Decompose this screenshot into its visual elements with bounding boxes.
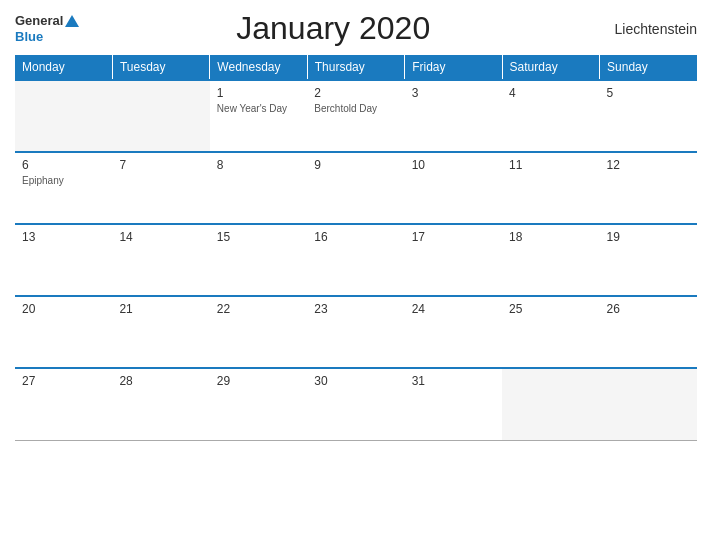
calendar-cell: 11 <box>502 152 599 224</box>
weekday-header: Wednesday <box>210 55 307 80</box>
day-number: 20 <box>22 302 105 316</box>
calendar-cell: 12 <box>600 152 697 224</box>
weekday-header: Sunday <box>600 55 697 80</box>
calendar-cell: 13 <box>15 224 112 296</box>
calendar-cell: 29 <box>210 368 307 440</box>
calendar-cell <box>15 80 112 152</box>
calendar-body: 1New Year's Day2Berchtold Day3456Epiphan… <box>15 80 697 440</box>
day-number: 30 <box>314 374 397 388</box>
calendar-cell: 7 <box>112 152 209 224</box>
calendar-cell: 31 <box>405 368 502 440</box>
day-number: 5 <box>607 86 690 100</box>
weekday-header: Monday <box>15 55 112 80</box>
calendar-cell: 18 <box>502 224 599 296</box>
calendar-cell <box>600 368 697 440</box>
day-number: 29 <box>217 374 300 388</box>
calendar-week-row: 20212223242526 <box>15 296 697 368</box>
calendar-cell <box>502 368 599 440</box>
calendar-cell: 8 <box>210 152 307 224</box>
day-number: 18 <box>509 230 592 244</box>
calendar-cell: 16 <box>307 224 404 296</box>
day-number: 9 <box>314 158 397 172</box>
weekday-header: Thursday <box>307 55 404 80</box>
holiday-label: New Year's Day <box>217 102 300 115</box>
calendar-cell: 28 <box>112 368 209 440</box>
day-number: 15 <box>217 230 300 244</box>
calendar-cell: 3 <box>405 80 502 152</box>
calendar-cell: 25 <box>502 296 599 368</box>
calendar-cell: 24 <box>405 296 502 368</box>
day-number: 8 <box>217 158 300 172</box>
calendar-week-row: 6Epiphany789101112 <box>15 152 697 224</box>
calendar-table: MondayTuesdayWednesdayThursdayFridaySatu… <box>15 55 697 441</box>
day-number: 23 <box>314 302 397 316</box>
day-number: 1 <box>217 86 300 100</box>
logo: General Blue <box>15 13 79 44</box>
weekday-header: Saturday <box>502 55 599 80</box>
holiday-label: Epiphany <box>22 174 105 187</box>
holiday-label: Berchtold Day <box>314 102 397 115</box>
day-number: 26 <box>607 302 690 316</box>
day-number: 19 <box>607 230 690 244</box>
calendar-cell: 19 <box>600 224 697 296</box>
day-number: 24 <box>412 302 495 316</box>
day-number: 7 <box>119 158 202 172</box>
day-number: 17 <box>412 230 495 244</box>
country-label: Liechtenstein <box>587 21 697 37</box>
day-number: 16 <box>314 230 397 244</box>
calendar-header: General Blue January 2020 Liechtenstein <box>15 10 697 47</box>
calendar-cell: 23 <box>307 296 404 368</box>
calendar-cell: 22 <box>210 296 307 368</box>
day-number: 12 <box>607 158 690 172</box>
day-number: 6 <box>22 158 105 172</box>
calendar-cell: 1New Year's Day <box>210 80 307 152</box>
calendar-cell: 5 <box>600 80 697 152</box>
logo-general-text: General <box>15 13 63 29</box>
calendar-cell: 15 <box>210 224 307 296</box>
calendar-cell: 17 <box>405 224 502 296</box>
calendar-cell: 20 <box>15 296 112 368</box>
calendar-cell: 27 <box>15 368 112 440</box>
calendar-title: January 2020 <box>79 10 587 47</box>
calendar-cell: 4 <box>502 80 599 152</box>
calendar-cell: 26 <box>600 296 697 368</box>
day-number: 4 <box>509 86 592 100</box>
calendar-cell: 21 <box>112 296 209 368</box>
weekday-row: MondayTuesdayWednesdayThursdayFridaySatu… <box>15 55 697 80</box>
calendar-cell: 14 <box>112 224 209 296</box>
calendar-cell: 10 <box>405 152 502 224</box>
day-number: 21 <box>119 302 202 316</box>
day-number: 13 <box>22 230 105 244</box>
day-number: 3 <box>412 86 495 100</box>
day-number: 2 <box>314 86 397 100</box>
day-number: 25 <box>509 302 592 316</box>
day-number: 31 <box>412 374 495 388</box>
calendar-week-row: 1New Year's Day2Berchtold Day345 <box>15 80 697 152</box>
calendar-cell: 2Berchtold Day <box>307 80 404 152</box>
calendar-cell: 6Epiphany <box>15 152 112 224</box>
day-number: 27 <box>22 374 105 388</box>
calendar-cell: 30 <box>307 368 404 440</box>
day-number: 11 <box>509 158 592 172</box>
calendar-cell <box>112 80 209 152</box>
logo-triangle-icon <box>65 15 79 27</box>
calendar-container: General Blue January 2020 Liechtenstein … <box>0 0 712 550</box>
day-number: 14 <box>119 230 202 244</box>
logo-blue-text: Blue <box>15 29 79 45</box>
calendar-week-row: 2728293031 <box>15 368 697 440</box>
weekday-header: Tuesday <box>112 55 209 80</box>
day-number: 28 <box>119 374 202 388</box>
day-number: 10 <box>412 158 495 172</box>
calendar-header-row: MondayTuesdayWednesdayThursdayFridaySatu… <box>15 55 697 80</box>
weekday-header: Friday <box>405 55 502 80</box>
calendar-week-row: 13141516171819 <box>15 224 697 296</box>
calendar-cell: 9 <box>307 152 404 224</box>
day-number: 22 <box>217 302 300 316</box>
